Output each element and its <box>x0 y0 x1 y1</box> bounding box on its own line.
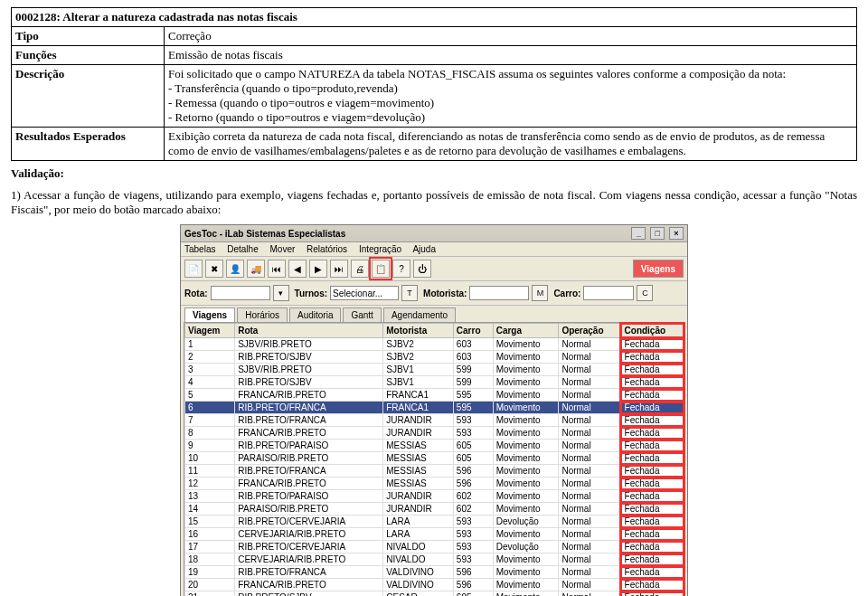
grid-cell: SJBV1 <box>383 376 454 389</box>
grid-cell: Fechada <box>621 465 683 478</box>
close-button[interactable]: × <box>669 227 684 240</box>
grid-cell: 1 <box>185 338 235 351</box>
table-row[interactable]: 4RIB.PRETO/SJBVSJBV1599MovimentoNormalFe… <box>185 376 684 389</box>
grid-cell: 603 <box>453 351 493 364</box>
menu-relatorios[interactable]: Relatórios <box>307 244 347 254</box>
toolbar-btn-4[interactable]: 🚚 <box>247 260 265 278</box>
grid-cell: FRANCA1 <box>383 402 454 414</box>
table-row[interactable]: 13RIB.PRETO/PARAISOJURANDIR602MovimentoN… <box>185 490 684 503</box>
grid-cell: 596 <box>453 579 493 591</box>
menu-detalhe[interactable]: Detalhe <box>227 244 258 254</box>
toolbar-btn-help[interactable]: ? <box>392 260 410 278</box>
grid-cell: Normal <box>559 503 621 516</box>
table-row[interactable]: 15RIB.PRETO/CERVEJARIALARA593DevoluçãoNo… <box>185 516 684 528</box>
grid-cell: Movimento <box>493 427 559 440</box>
table-row[interactable]: 12FRANCA/RIB.PRETOMESSIAS596MovimentoNor… <box>185 478 684 490</box>
toolbar-btn-9[interactable]: 🖨 <box>351 260 369 278</box>
table-row[interactable]: 21RIB.PRETO/SJBVCESAR605MovimentoNormalF… <box>185 591 684 597</box>
turnos-input[interactable] <box>330 286 399 300</box>
toolbar-viagens-label[interactable]: Viagens <box>633 260 684 278</box>
grid-cell: 602 <box>453 503 493 516</box>
table-row[interactable]: 1SJBV/RIB.PRETOSJBV2603MovimentoNormalFe… <box>185 338 684 351</box>
table-row[interactable]: 6RIB.PRETO/FRANCAFRANCA1595MovimentoNorm… <box>185 402 684 414</box>
tabstrip: Viagens Horários Auditoria Gantt Agendam… <box>181 306 687 322</box>
table-row[interactable]: 14PARAISO/RIB.PRETOJURANDIR602MovimentoN… <box>185 503 684 516</box>
table-row[interactable]: 20FRANCA/RIB.PRETOVALDIVINO596MovimentoN… <box>185 579 684 591</box>
toolbar-btn-3[interactable]: 👤 <box>226 260 244 278</box>
table-row[interactable]: 19RIB.PRETO/FRANCAVALDIVINO596MovimentoN… <box>185 566 684 579</box>
grid-cell: 16 <box>185 528 235 541</box>
toolbar-btn-5[interactable]: ⏮ <box>268 260 286 278</box>
grid-wrap: ViagemRotaMotoristaCarroCargaOperaçãoCon… <box>184 322 684 596</box>
grid-header[interactable]: Condição <box>621 324 683 338</box>
menu-mover[interactable]: Mover <box>270 244 296 254</box>
grid-cell: Devolução <box>493 541 559 553</box>
carro-input[interactable] <box>583 286 634 300</box>
toolbar-btn-7[interactable]: ▶ <box>309 260 327 278</box>
grid-cell: 596 <box>453 566 493 579</box>
grid-cell: 605 <box>453 440 493 452</box>
grid-header[interactable]: Viagem <box>185 324 235 338</box>
table-row[interactable]: 3SJBV/RIB.PRETOSJBV1599MovimentoNormalFe… <box>185 364 684 376</box>
tab-gantt[interactable]: Gantt <box>343 307 381 322</box>
table-row[interactable]: 2RIB.PRETO/SJBVSJBV2603MovimentoNormalFe… <box>185 351 684 364</box>
table-row[interactable]: 7RIB.PRETO/FRANCAJURANDIR593MovimentoNor… <box>185 414 684 427</box>
viagens-grid[interactable]: ViagemRotaMotoristaCarroCargaOperaçãoCon… <box>184 323 684 596</box>
table-row[interactable]: 16CERVEJARIA/RIB.PRETOLARA593MovimentoNo… <box>185 528 684 541</box>
grid-cell: JURANDIR <box>383 427 454 440</box>
menu-tabelas[interactable]: Tabelas <box>184 244 215 254</box>
toolbar-btn-exit[interactable]: ⏻ <box>413 260 431 278</box>
grid-cell: 605 <box>453 452 493 465</box>
maximize-button[interactable]: □ <box>650 227 665 240</box>
grid-cell: LARA <box>383 528 454 541</box>
grid-cell: CERVEJARIA/RIB.PRETO <box>235 528 383 541</box>
tab-viagens[interactable]: Viagens <box>184 307 235 322</box>
table-row[interactable]: 5FRANCA/RIB.PRETOFRANCA1595MovimentoNorm… <box>185 389 684 402</box>
funcoes-label: Funções <box>12 46 165 65</box>
table-row[interactable]: 10PARAISO/RIB.PRETOMESSIAS605MovimentoNo… <box>185 452 684 465</box>
carro-lookup-button[interactable]: C <box>637 285 653 301</box>
grid-cell: Fechada <box>621 351 683 364</box>
table-row[interactable]: 17RIB.PRETO/CERVEJARIANIVALDO593Devoluçã… <box>185 541 684 553</box>
toolbar-btn-2[interactable]: ✖ <box>205 260 223 278</box>
tab-agendamento[interactable]: Agendamento <box>383 307 456 322</box>
grid-header[interactable]: Carro <box>453 324 493 338</box>
grid-header[interactable]: Operação <box>559 324 621 338</box>
motorista-lookup-button[interactable]: M <box>532 285 548 301</box>
rota-lookup-button[interactable]: ▾ <box>273 285 289 301</box>
grid-cell: VALDIVINO <box>383 566 454 579</box>
turnos-lookup-button[interactable]: T <box>401 285 418 301</box>
minimize-button[interactable]: _ <box>631 227 646 240</box>
table-row[interactable]: 11RIB.PRETO/FRANCAMESSIAS596MovimentoNor… <box>185 465 684 478</box>
table-row[interactable]: 18CERVEJARIA/RIB.PRETONIVALDO593Moviment… <box>185 553 684 566</box>
table-row[interactable]: 9RIB.PRETO/PARAISOMESSIAS605MovimentoNor… <box>185 440 684 452</box>
grid-header[interactable]: Carga <box>493 324 559 338</box>
tab-auditoria[interactable]: Auditoria <box>289 307 341 322</box>
grid-cell: 593 <box>453 528 493 541</box>
toolbar-btn-1[interactable]: 📄 <box>184 260 203 278</box>
toolbar-btn-8[interactable]: ⏭ <box>330 260 348 278</box>
grid-cell: Movimento <box>493 528 559 541</box>
grid-cell: RIB.PRETO/FRANCA <box>235 414 383 427</box>
grid-cell: RIB.PRETO/PARAISO <box>235 490 383 503</box>
grid-cell: NIVALDO <box>383 541 454 553</box>
grid-header[interactable]: Motorista <box>383 324 454 338</box>
motorista-input[interactable] <box>469 286 529 300</box>
grid-cell: RIB.PRETO/SJBV <box>235 351 383 364</box>
grid-header[interactable]: Rota <box>235 324 383 338</box>
grid-cell: Movimento <box>493 440 559 452</box>
grid-cell: Movimento <box>493 591 559 597</box>
notas-fiscais-button[interactable]: 📋 <box>372 260 390 278</box>
desc-l1: - Transferência (quando o tipo=produto,r… <box>168 81 853 96</box>
grid-cell: Fechada <box>621 541 683 553</box>
grid-cell: SJBV2 <box>383 351 454 364</box>
turnos-label: Turnos: <box>295 289 327 298</box>
table-row[interactable]: 8FRANCA/RIB.PRETOJURANDIR593MovimentoNor… <box>185 427 684 440</box>
grid-cell: 17 <box>185 541 235 553</box>
toolbar-btn-6[interactable]: ◀ <box>288 260 307 278</box>
tipo-label: Tipo <box>12 27 165 46</box>
menu-ajuda[interactable]: Ajuda <box>412 244 436 254</box>
rota-input[interactable] <box>211 286 270 300</box>
tab-horarios[interactable]: Horários <box>237 307 288 322</box>
menu-integracao[interactable]: Integração <box>359 244 401 254</box>
